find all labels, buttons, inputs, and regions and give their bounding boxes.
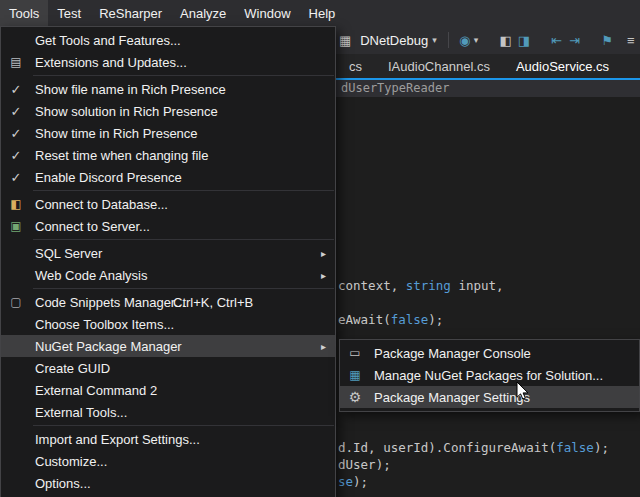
toolbar-separator: [448, 32, 449, 48]
menu-item-label: Show solution in Rich Presence: [35, 104, 218, 119]
menu-item-nuget-package-manager[interactable]: NuGet Package Manager ▸: [1, 335, 335, 357]
menu-item-label: Package Manager Console: [374, 346, 531, 361]
menu-item-web-code-analysis[interactable]: Web Code Analysis ▸: [1, 264, 335, 286]
submenu-item-package-manager-settings[interactable]: ⚙ Package Manager Settings: [340, 386, 639, 408]
window-layout-icon[interactable]: ◧: [498, 33, 514, 48]
menu-item-options[interactable]: Options...: [1, 472, 335, 494]
window-layout-alt-icon[interactable]: ◨: [516, 33, 532, 48]
code-line: d.Id, userId).ConfigureAwait(false);: [338, 440, 609, 455]
checkmark-icon: ✓: [1, 100, 31, 122]
menu-item-label: Code Snippets Manager...: [35, 295, 185, 310]
menu-item-enable-discord-presence[interactable]: ✓ Enable Discord Presence: [1, 166, 335, 188]
menu-item-label: Reset time when changing file: [35, 148, 208, 163]
code-line: se);: [338, 474, 368, 489]
menu-item-label: Enable Discord Presence: [35, 170, 182, 185]
submenu-arrow-icon: ▸: [321, 270, 326, 281]
server-icon: ▣: [1, 215, 31, 237]
code-line: context, string input,: [338, 278, 504, 293]
menu-separator: [33, 425, 334, 426]
menu-item-external-command-2[interactable]: External Command 2: [1, 379, 335, 401]
console-icon: ▭: [340, 342, 370, 364]
menu-item-show-solution[interactable]: ✓ Show solution in Rich Presence: [1, 100, 335, 122]
menu-separator: [33, 288, 334, 289]
menu-separator: [33, 239, 334, 240]
type-name-label: dUserTypeReader: [341, 81, 449, 95]
database-icon: ◧: [1, 193, 31, 215]
menu-item-label: Options...: [35, 476, 91, 491]
menubar-item-help[interactable]: Help: [300, 0, 345, 26]
tab-iaudiochannel[interactable]: IAudioChannel.cs: [375, 54, 503, 78]
menu-item-label: Create GUID: [35, 361, 110, 376]
submenu-arrow-icon: ▸: [321, 248, 326, 259]
nuget-packages-icon: ▦: [340, 364, 370, 386]
menubar-item-tools[interactable]: Tools: [0, 0, 48, 26]
menu-item-label: Show time in Rich Presence: [35, 126, 198, 141]
menu-item-label: Package Manager Settings: [374, 390, 530, 405]
bookmark-icon[interactable]: ⚑: [599, 33, 615, 48]
startup-project-icon[interactable]: ▦: [337, 33, 353, 48]
menu-item-label: Connect to Server...: [35, 219, 150, 234]
indent-decrease-icon[interactable]: ⇤: [548, 33, 564, 48]
tab-partial[interactable]: cs: [336, 54, 375, 78]
menubar: Tools Test ReSharper Analyze Window Help: [0, 0, 640, 26]
attach-debugger-icon[interactable]: ◉: [457, 33, 473, 48]
menu-item-label: Choose Toolbox Items...: [35, 317, 174, 332]
checkmark-icon: ✓: [1, 166, 31, 188]
menu-item-import-export-settings[interactable]: Import and Export Settings...: [1, 428, 335, 450]
menu-item-connect-to-server[interactable]: ▣ Connect to Server...: [1, 215, 335, 237]
menu-item-label: Extensions and Updates...: [35, 55, 187, 70]
gear-icon: ⚙: [340, 386, 370, 408]
menu-item-shortcut: Ctrl+K, Ctrl+B: [173, 295, 253, 310]
extensions-icon: ▤: [1, 51, 31, 73]
menu-separator: [33, 75, 334, 76]
menu-item-label: Connect to Database...: [35, 197, 168, 212]
tools-menu: Get Tools and Features... ▤ Extensions a…: [0, 26, 336, 497]
menubar-item-analyze[interactable]: Analyze: [171, 0, 235, 26]
menu-item-show-time[interactable]: ✓ Show time in Rich Presence: [1, 122, 335, 144]
menu-item-code-snippets-manager[interactable]: ▢ Code Snippets Manager... Ctrl+K, Ctrl+…: [1, 291, 335, 313]
menu-item-get-tools-and-features[interactable]: Get Tools and Features...: [1, 29, 335, 51]
indent-increase-icon[interactable]: ⇥: [567, 33, 583, 48]
nuget-package-manager-submenu: ▭ Package Manager Console ▦ Manage NuGet…: [339, 339, 640, 412]
tab-audioservice[interactable]: AudioService.cs: [503, 54, 622, 78]
task-list-icon[interactable]: ≡: [623, 33, 639, 48]
menu-item-label: Import and Export Settings...: [35, 432, 200, 447]
menu-item-sql-server[interactable]: SQL Server ▸: [1, 242, 335, 264]
menu-item-label: Manage NuGet Packages for Solution...: [374, 368, 603, 383]
menu-item-customize[interactable]: Customize...: [1, 450, 335, 472]
menu-item-show-file-name[interactable]: ✓ Show file name in Rich Presence: [1, 78, 335, 100]
submenu-item-manage-nuget-packages[interactable]: ▦ Manage NuGet Packages for Solution...: [340, 364, 639, 386]
menubar-item-window[interactable]: Window: [235, 0, 299, 26]
solution-config-dropdown[interactable]: DNetDebug: [360, 33, 428, 48]
menu-item-reset-time[interactable]: ✓ Reset time when changing file: [1, 144, 335, 166]
mouse-cursor: [514, 381, 534, 405]
menu-item-label: External Command 2: [35, 383, 157, 398]
chevron-down-icon[interactable]: ▾: [474, 35, 479, 45]
menu-item-label: SQL Server: [35, 246, 102, 261]
menu-item-external-tools[interactable]: External Tools...: [1, 401, 335, 423]
menu-item-label: NuGet Package Manager: [35, 339, 182, 354]
menu-separator: [33, 190, 334, 191]
submenu-arrow-icon: ▸: [321, 341, 326, 352]
menu-item-create-guid[interactable]: Create GUID: [1, 357, 335, 379]
checkmark-icon: ✓: [1, 78, 31, 100]
code-line: eAwait(false);: [338, 312, 443, 327]
menu-item-choose-toolbox-items[interactable]: Choose Toolbox Items...: [1, 313, 335, 335]
menubar-item-test[interactable]: Test: [48, 0, 90, 26]
code-snippets-icon: ▢: [1, 291, 31, 313]
chevron-down-icon[interactable]: ▾: [432, 35, 437, 45]
visual-studio-window: Tools Test ReSharper Analyze Window Help…: [0, 0, 640, 497]
checkmark-icon: ✓: [1, 144, 31, 166]
menu-item-connect-to-database[interactable]: ◧ Connect to Database...: [1, 193, 335, 215]
menubar-item-resharper[interactable]: ReSharper: [90, 0, 171, 26]
checkmark-icon: ✓: [1, 122, 31, 144]
menu-item-extensions-and-updates[interactable]: ▤ Extensions and Updates...: [1, 51, 335, 73]
menu-item-label: External Tools...: [35, 405, 127, 420]
submenu-item-package-manager-console[interactable]: ▭ Package Manager Console: [340, 342, 639, 364]
menu-item-label: Show file name in Rich Presence: [35, 82, 226, 97]
menu-item-label: Get Tools and Features...: [35, 33, 181, 48]
menu-item-label: Customize...: [35, 454, 107, 469]
menu-item-label: Web Code Analysis: [35, 268, 148, 283]
code-line: dUser);: [338, 457, 391, 472]
